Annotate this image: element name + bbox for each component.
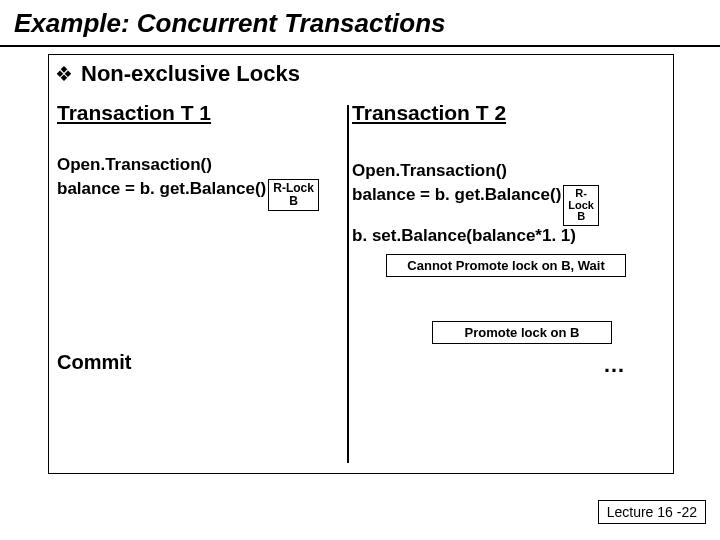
rlock-t1-l2: B	[289, 194, 298, 208]
t2-getbalance-row: balance = b. get.Balance() R- Lock B	[352, 185, 665, 226]
rlock-t2-l2: Lock	[568, 199, 594, 211]
lecture-number-badge: Lecture 16 -22	[598, 500, 706, 524]
t1-open: Open.Transaction()	[57, 155, 346, 175]
rlock-t1-l1: R-Lock	[273, 181, 314, 195]
diamond-bullet-icon: ❖	[55, 62, 73, 86]
column-t2: Transaction T 2 Open.Transaction() balan…	[346, 101, 665, 378]
rlock-badge-t2: R- Lock B	[563, 185, 599, 226]
bullet-text: Non-exclusive Locks	[81, 61, 300, 87]
columns: Transaction T 1 Open.Transaction() balan…	[49, 87, 673, 378]
content-frame: ❖ Non-exclusive Locks Transaction T 1 Op…	[48, 54, 674, 474]
t1-heading: Transaction T 1	[57, 101, 346, 125]
t2-setbalance: b. set.Balance(balance*1. 1)	[352, 226, 665, 246]
t2-open: Open.Transaction()	[352, 161, 665, 181]
rlock-badge-t1: R-Lock B	[268, 179, 319, 211]
t1-getbalance: balance = b. get.Balance()	[57, 179, 266, 199]
column-t1: Transaction T 1 Open.Transaction() balan…	[57, 101, 346, 378]
t2-heading: Transaction T 2	[352, 101, 665, 125]
rlock-t2-l3: B	[577, 210, 585, 222]
ellipsis: …	[352, 352, 665, 378]
t1-commit: Commit	[57, 351, 346, 374]
slide-title: Example: Concurrent Transactions	[0, 0, 720, 47]
note-cannot-promote: Cannot Promote lock on B, Wait	[386, 254, 626, 277]
rlock-t2-l1: R-	[575, 187, 587, 199]
bullet-row: ❖ Non-exclusive Locks	[49, 55, 673, 87]
t2-body: Open.Transaction() balance = b. get.Bala…	[352, 161, 665, 378]
t2-getbalance: balance = b. get.Balance()	[352, 185, 561, 205]
note-promote: Promote lock on B	[432, 321, 612, 344]
t1-getbalance-row: balance = b. get.Balance() R-Lock B	[57, 179, 346, 211]
